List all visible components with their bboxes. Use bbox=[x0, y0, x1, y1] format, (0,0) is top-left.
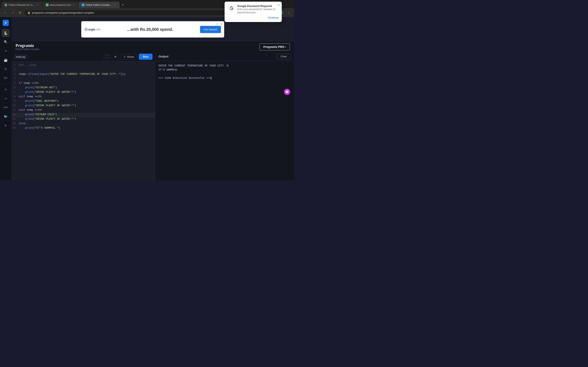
ad-cta-button[interactable]: Get Started bbox=[200, 26, 221, 33]
programiz-pro-button[interactable]: Programiz PRO › bbox=[259, 43, 290, 50]
execution-badge[interactable] bbox=[284, 89, 290, 95]
popup-text: Google Password Required Enter your pass… bbox=[237, 4, 278, 14]
code-line-15: 15 print("IT'S HARMFUL ") bbox=[11, 126, 155, 131]
code-line-12: 12 print("EXTEAM COLD") bbox=[11, 113, 155, 117]
code-line-8: 8 elif temp >=20: bbox=[11, 95, 155, 100]
clear-button[interactable]: Clear bbox=[277, 54, 291, 59]
output-content: ENTER THE CURRENT TEMPRATURE OF YOUR CIT… bbox=[155, 61, 294, 83]
refresh-button[interactable]: ↻ bbox=[17, 10, 23, 16]
theme-button[interactable]: ☀ bbox=[112, 53, 119, 60]
output-line-4: === Code Execution Successful === bbox=[158, 76, 291, 80]
list-icon: ≡ bbox=[5, 49, 7, 53]
tab-label-python: Python Releases for macOS | bbox=[9, 4, 35, 6]
js-label: JS bbox=[4, 89, 7, 91]
password-popup: × Google Password Required Enter your pa… bbox=[225, 2, 282, 22]
tab-favicon-python: 🐍 bbox=[4, 3, 7, 6]
output-toolbar: Output Clear bbox=[155, 52, 294, 61]
back-button[interactable]: ← bbox=[2, 10, 8, 16]
code-line-5: 5 if temp >=30: bbox=[11, 82, 155, 86]
programiz-sidebar-logo[interactable]: P bbox=[2, 19, 9, 26]
go-icon: ∞ bbox=[5, 97, 7, 100]
forward-button[interactable]: → bbox=[10, 10, 16, 16]
tab-favicon-compiler: P bbox=[82, 3, 85, 6]
java-icon: ☕ bbox=[4, 58, 8, 62]
search-icon: 🔍 bbox=[4, 40, 8, 44]
tab-close-python[interactable]: × bbox=[36, 3, 40, 7]
output-title: Output bbox=[158, 55, 277, 58]
programiz-branding: Programiz Python Online Compiler bbox=[16, 43, 39, 50]
sidebar-item-swift[interactable]: 🐦 bbox=[2, 112, 10, 120]
python-icon: 🐍 bbox=[4, 31, 8, 35]
lock-icon: 🔒 bbox=[27, 11, 30, 14]
output-line-2: IT'S HARMFUL bbox=[158, 68, 291, 72]
code-line-2: 2 bbox=[11, 68, 155, 73]
popup-title: Google Password Required bbox=[237, 4, 278, 8]
popup-header: Google Password Required Enter your pass… bbox=[228, 4, 278, 14]
tab-label-compiler: Online Python Compiler (Inter... bbox=[86, 4, 112, 6]
sidebar-item-php[interactable]: php bbox=[2, 103, 10, 111]
sidebar-item-cpp[interactable]: C+ bbox=[2, 74, 10, 82]
sidebar-item-search[interactable]: 🔍 bbox=[2, 38, 10, 46]
ad-banner: G oogle Ads ...with Rs.20,000 spend. Get… bbox=[81, 21, 224, 38]
ad-text: ...with Rs.20,000 spend. bbox=[103, 27, 198, 32]
new-tab-button[interactable]: + bbox=[120, 2, 126, 8]
svg-text:P: P bbox=[5, 22, 7, 25]
programiz-subtitle: Python Online Compiler bbox=[16, 48, 39, 50]
code-line-7: 7 print("DRINK PLENTY OF WATER!!") bbox=[11, 91, 155, 95]
ad-close-button[interactable]: ✕ bbox=[220, 22, 223, 26]
output-line-1: ENTER THE CURRENT TEMPRATURE OF YOUR CIT… bbox=[158, 64, 291, 68]
code-line-4: 4 bbox=[11, 77, 155, 82]
tab-favicon-programiz: P bbox=[46, 3, 49, 6]
code-line-14: 14 else: bbox=[11, 122, 155, 126]
popup-description: Enter your password for "aryatam" in Int… bbox=[237, 8, 278, 14]
output-panel: Output Clear ENTER THE CURRENT TEMPRATUR… bbox=[155, 52, 294, 180]
code-line-9: 9 print("COOL WEATHER") bbox=[11, 100, 155, 104]
output-line-3 bbox=[158, 72, 291, 76]
fullscreen-icon: ⛶ bbox=[105, 55, 108, 58]
tab-close-compiler[interactable]: × bbox=[113, 3, 117, 7]
run-button[interactable]: Run bbox=[139, 54, 153, 60]
google-ads-logo: G oogle Ads bbox=[85, 27, 100, 32]
sidebar-item-go[interactable]: ∞ bbox=[2, 94, 10, 103]
sidebar-divider-1 bbox=[3, 83, 9, 84]
tab-close-programiz[interactable]: × bbox=[72, 3, 76, 7]
sidebar-item-kotlin[interactable]: K bbox=[2, 121, 10, 129]
theme-icon: ☀ bbox=[114, 55, 117, 59]
editor-panel: main.py ⛶ ☀ ⇪ Share Run bbox=[11, 52, 155, 180]
app-container: P 🐍 🔍 ≡ ☕ C C+ JS bbox=[0, 17, 294, 180]
share-icon: ⇪ bbox=[123, 55, 126, 58]
tab-python-releases[interactable]: 🐍 Python Releases for macOS | × bbox=[2, 2, 43, 8]
ad-info-button[interactable]: ⓘ bbox=[216, 22, 218, 26]
tab-label-programiz: www.programiz.com bbox=[50, 4, 71, 6]
swift-icon: 🐦 bbox=[4, 115, 8, 118]
fullscreen-button[interactable]: ⛶ bbox=[103, 53, 110, 60]
sidebar-item-list[interactable]: ≡ bbox=[2, 47, 10, 55]
code-line-10: 10 print("DRINK PLENTY OF WATER!!") bbox=[11, 104, 155, 108]
cursor bbox=[211, 77, 211, 80]
main-content: G oogle Ads ...with Rs.20,000 spend. Get… bbox=[11, 17, 294, 180]
code-line-1: 1 #if....else bbox=[11, 64, 155, 68]
code-line-6: 6 print("EXTREAM HOT") bbox=[11, 86, 155, 91]
code-editor[interactable]: 1 #if....else 2 3 temp= (float(input("EN… bbox=[11, 62, 155, 180]
share-button[interactable]: ⇪ Share bbox=[121, 54, 137, 60]
popup-continue-button[interactable]: Continue bbox=[268, 16, 278, 19]
editor-toolbar: main.py ⛶ ☀ ⇪ Share Run bbox=[11, 52, 155, 62]
tab-compiler[interactable]: P Online Python Compiler (Inter... × bbox=[79, 2, 120, 8]
sidebar-item-java[interactable]: ☕ bbox=[2, 56, 10, 64]
programiz-header: Programiz Python Online Compiler Program… bbox=[11, 42, 294, 52]
programiz-logo: Programiz bbox=[16, 43, 39, 48]
sidebar: P 🐍 🔍 ≡ ☕ C C+ JS bbox=[0, 17, 11, 180]
sidebar-item-js[interactable]: JS bbox=[2, 85, 10, 94]
code-line-3: 3 temp= (float(input("ENTER THE CURRENT … bbox=[11, 73, 155, 77]
kotlin-icon: K bbox=[5, 124, 7, 127]
code-line-11: 11 elif temp >=10: bbox=[11, 108, 155, 113]
sidebar-item-python[interactable]: 🐍 bbox=[2, 29, 10, 37]
more-button[interactable]: ⋮ bbox=[286, 10, 292, 16]
sidebar-item-c[interactable]: C bbox=[2, 65, 10, 73]
google-logo-icon bbox=[228, 4, 235, 12]
share-label: Share bbox=[127, 55, 134, 58]
editor-tab-main[interactable]: main.py bbox=[14, 54, 27, 59]
tab-programiz[interactable]: P www.programiz.com × bbox=[43, 2, 78, 8]
popup-close-button[interactable]: × bbox=[278, 3, 280, 7]
code-line-13: 13 print("DRINK PLENTY OF WATER!!") bbox=[11, 117, 155, 122]
